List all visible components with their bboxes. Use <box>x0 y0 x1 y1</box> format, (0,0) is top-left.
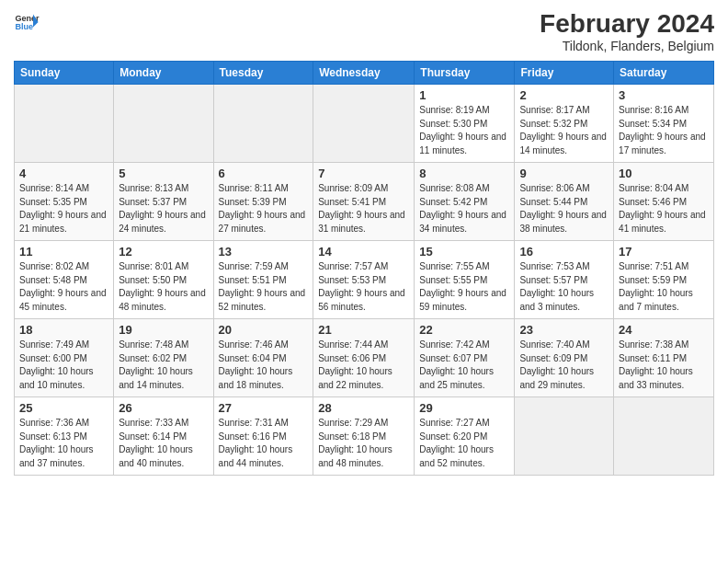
day-number: 8 <box>419 167 509 180</box>
day-info: Sunrise: 7:27 AM Sunset: 6:20 PM Dayligh… <box>419 417 509 470</box>
day-info: Sunrise: 8:13 AM Sunset: 5:37 PM Dayligh… <box>119 182 208 236</box>
day-number: 20 <box>219 323 309 337</box>
calendar-cell: 21Sunrise: 7:44 AM Sunset: 6:06 PM Dayli… <box>313 319 415 397</box>
day-info: Sunrise: 7:29 AM Sunset: 6:18 PM Dayligh… <box>318 417 409 470</box>
calendar-cell: 20Sunrise: 7:46 AM Sunset: 6:04 PM Dayli… <box>213 319 313 397</box>
day-header-friday: Friday <box>515 62 614 85</box>
calendar-cell: 6Sunrise: 8:11 AM Sunset: 5:39 PM Daylig… <box>213 163 313 241</box>
day-header-tuesday: Tuesday <box>213 62 313 85</box>
day-number: 17 <box>619 245 709 259</box>
week-row-2: 4Sunrise: 8:14 AM Sunset: 5:35 PM Daylig… <box>15 163 714 241</box>
day-info: Sunrise: 7:40 AM Sunset: 6:09 PM Dayligh… <box>519 339 609 392</box>
header: General Blue February 2024 Tildonk, Flan… <box>14 9 714 53</box>
calendar-container: General Blue February 2024 Tildonk, Flan… <box>0 0 728 485</box>
svg-text:Blue: Blue <box>15 22 33 31</box>
day-number: 3 <box>619 88 709 102</box>
day-number: 14 <box>318 245 409 259</box>
day-info: Sunrise: 7:42 AM Sunset: 6:07 PM Dayligh… <box>419 339 509 392</box>
calendar-cell <box>213 85 313 163</box>
week-row-4: 18Sunrise: 7:49 AM Sunset: 6:00 PM Dayli… <box>15 319 714 397</box>
day-info: Sunrise: 8:01 AM Sunset: 5:50 PM Dayligh… <box>119 260 208 314</box>
calendar-cell: 19Sunrise: 7:48 AM Sunset: 6:02 PM Dayli… <box>114 319 213 397</box>
calendar-cell: 24Sunrise: 7:38 AM Sunset: 6:11 PM Dayli… <box>614 319 714 397</box>
week-row-1: 1Sunrise: 8:19 AM Sunset: 5:30 PM Daylig… <box>15 85 714 163</box>
day-number: 11 <box>19 245 108 259</box>
day-info: Sunrise: 8:04 AM Sunset: 5:46 PM Dayligh… <box>619 182 709 236</box>
day-info: Sunrise: 7:53 AM Sunset: 5:57 PM Dayligh… <box>519 260 609 314</box>
day-number: 7 <box>318 167 409 180</box>
day-info: Sunrise: 8:19 AM Sunset: 5:30 PM Dayligh… <box>419 104 509 157</box>
calendar-cell: 9Sunrise: 8:06 AM Sunset: 5:44 PM Daylig… <box>515 163 614 241</box>
day-number: 23 <box>519 323 609 337</box>
day-number: 10 <box>619 167 709 180</box>
day-number: 2 <box>519 88 609 102</box>
calendar-cell: 11Sunrise: 8:02 AM Sunset: 5:48 PM Dayli… <box>15 241 114 319</box>
day-header-wednesday: Wednesday <box>313 62 415 85</box>
calendar-cell: 22Sunrise: 7:42 AM Sunset: 6:07 PM Dayli… <box>415 319 515 397</box>
day-number: 9 <box>519 167 609 180</box>
day-number: 5 <box>119 167 208 180</box>
day-number: 6 <box>219 167 309 180</box>
day-number: 16 <box>519 245 609 259</box>
day-info: Sunrise: 7:55 AM Sunset: 5:55 PM Dayligh… <box>419 260 509 314</box>
calendar-cell: 2Sunrise: 8:17 AM Sunset: 5:32 PM Daylig… <box>515 85 614 163</box>
calendar-cell: 16Sunrise: 7:53 AM Sunset: 5:57 PM Dayli… <box>515 241 614 319</box>
calendar-cell <box>15 85 114 163</box>
day-info: Sunrise: 8:06 AM Sunset: 5:44 PM Dayligh… <box>519 182 609 236</box>
calendar-cell <box>114 85 213 163</box>
location: Tildonk, Flanders, Belgium <box>540 39 714 53</box>
logo: General Blue <box>14 9 40 35</box>
day-info: Sunrise: 7:38 AM Sunset: 6:11 PM Dayligh… <box>619 339 709 392</box>
day-info: Sunrise: 7:44 AM Sunset: 6:06 PM Dayligh… <box>318 339 409 392</box>
day-info: Sunrise: 7:48 AM Sunset: 6:02 PM Dayligh… <box>119 339 208 392</box>
calendar-cell: 7Sunrise: 8:09 AM Sunset: 5:41 PM Daylig… <box>313 163 415 241</box>
calendar-cell: 23Sunrise: 7:40 AM Sunset: 6:09 PM Dayli… <box>515 319 614 397</box>
calendar-cell: 8Sunrise: 8:08 AM Sunset: 5:42 PM Daylig… <box>415 163 515 241</box>
day-info: Sunrise: 7:31 AM Sunset: 6:16 PM Dayligh… <box>219 417 309 470</box>
day-number: 19 <box>119 323 208 337</box>
calendar-cell <box>313 85 415 163</box>
day-number: 29 <box>419 401 509 415</box>
calendar-cell: 5Sunrise: 8:13 AM Sunset: 5:37 PM Daylig… <box>114 163 213 241</box>
day-number: 12 <box>119 245 208 259</box>
day-info: Sunrise: 8:14 AM Sunset: 5:35 PM Dayligh… <box>19 182 108 236</box>
calendar-cell <box>614 397 714 476</box>
day-number: 25 <box>19 401 108 415</box>
day-info: Sunrise: 7:33 AM Sunset: 6:14 PM Dayligh… <box>119 417 208 470</box>
calendar-table: SundayMondayTuesdayWednesdayThursdayFrid… <box>14 61 714 476</box>
day-number: 27 <box>219 401 309 415</box>
day-info: Sunrise: 8:02 AM Sunset: 5:48 PM Dayligh… <box>19 260 108 314</box>
day-info: Sunrise: 7:57 AM Sunset: 5:53 PM Dayligh… <box>318 260 409 314</box>
day-info: Sunrise: 8:08 AM Sunset: 5:42 PM Dayligh… <box>419 182 509 236</box>
calendar-cell: 10Sunrise: 8:04 AM Sunset: 5:46 PM Dayli… <box>614 163 714 241</box>
day-header-saturday: Saturday <box>614 62 714 85</box>
day-number: 15 <box>419 245 509 259</box>
day-info: Sunrise: 7:49 AM Sunset: 6:00 PM Dayligh… <box>19 339 108 392</box>
day-number: 22 <box>419 323 509 337</box>
calendar-cell: 4Sunrise: 8:14 AM Sunset: 5:35 PM Daylig… <box>15 163 114 241</box>
day-info: Sunrise: 7:51 AM Sunset: 5:59 PM Dayligh… <box>619 260 709 314</box>
calendar-cell: 18Sunrise: 7:49 AM Sunset: 6:00 PM Dayli… <box>15 319 114 397</box>
logo-icon: General Blue <box>14 9 40 35</box>
day-info: Sunrise: 8:16 AM Sunset: 5:34 PM Dayligh… <box>619 104 709 157</box>
day-info: Sunrise: 8:09 AM Sunset: 5:41 PM Dayligh… <box>318 182 409 236</box>
calendar-cell: 17Sunrise: 7:51 AM Sunset: 5:59 PM Dayli… <box>614 241 714 319</box>
day-header-sunday: Sunday <box>15 62 114 85</box>
day-header-thursday: Thursday <box>415 62 515 85</box>
day-number: 13 <box>219 245 309 259</box>
day-info: Sunrise: 7:46 AM Sunset: 6:04 PM Dayligh… <box>219 339 309 392</box>
calendar-cell: 25Sunrise: 7:36 AM Sunset: 6:13 PM Dayli… <box>15 397 114 476</box>
day-info: Sunrise: 8:17 AM Sunset: 5:32 PM Dayligh… <box>519 104 609 157</box>
calendar-cell: 13Sunrise: 7:59 AM Sunset: 5:51 PM Dayli… <box>213 241 313 319</box>
calendar-cell: 14Sunrise: 7:57 AM Sunset: 5:53 PM Dayli… <box>313 241 415 319</box>
day-info: Sunrise: 8:11 AM Sunset: 5:39 PM Dayligh… <box>219 182 309 236</box>
day-number: 4 <box>19 167 108 180</box>
day-info: Sunrise: 7:36 AM Sunset: 6:13 PM Dayligh… <box>19 417 108 470</box>
day-number: 1 <box>419 88 509 102</box>
calendar-cell: 3Sunrise: 8:16 AM Sunset: 5:34 PM Daylig… <box>614 85 714 163</box>
day-number: 21 <box>318 323 409 337</box>
day-number: 24 <box>619 323 709 337</box>
calendar-cell: 29Sunrise: 7:27 AM Sunset: 6:20 PM Dayli… <box>415 397 515 476</box>
week-row-5: 25Sunrise: 7:36 AM Sunset: 6:13 PM Dayli… <box>15 397 714 476</box>
calendar-cell: 1Sunrise: 8:19 AM Sunset: 5:30 PM Daylig… <box>415 85 515 163</box>
